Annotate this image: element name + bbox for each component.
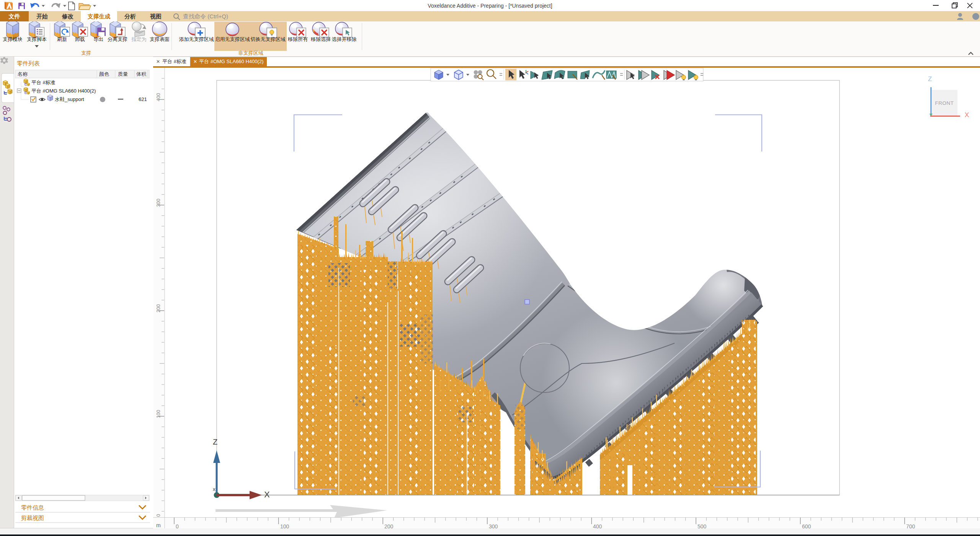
svg-text:刷新: 刷新 bbox=[57, 36, 67, 42]
svg-text:移除所有: 移除所有 bbox=[287, 36, 308, 42]
svg-text:621: 621 bbox=[139, 96, 147, 102]
svg-text:指定为: 指定为 bbox=[131, 36, 147, 42]
svg-text:FRONT: FRONT bbox=[935, 100, 954, 106]
svg-text:支撑: 支撑 bbox=[81, 50, 91, 56]
svg-text:零件列表: 零件列表 bbox=[17, 60, 40, 67]
svg-text:支撑模块: 支撑模块 bbox=[3, 36, 23, 42]
svg-text:500: 500 bbox=[697, 523, 707, 528]
svg-text:400: 400 bbox=[593, 523, 602, 528]
svg-text:200: 200 bbox=[155, 304, 161, 313]
svg-text:X: X bbox=[264, 490, 270, 499]
svg-text:700: 700 bbox=[906, 523, 915, 528]
svg-text:选择并移除: 选择并移除 bbox=[332, 36, 357, 42]
svg-text:支撑脚本: 支撑脚本 bbox=[27, 36, 47, 42]
svg-text:200: 200 bbox=[384, 523, 394, 528]
svg-text:分离支撑: 分离支撑 bbox=[108, 36, 127, 42]
svg-text:颜色: 颜色 bbox=[99, 71, 109, 77]
svg-text:0: 0 bbox=[155, 514, 161, 516]
svg-text:卸载: 卸载 bbox=[75, 36, 85, 42]
svg-text:非支撑区域: 非支撑区域 bbox=[238, 50, 263, 56]
svg-text:Z: Z bbox=[213, 438, 217, 446]
svg-text:100: 100 bbox=[280, 523, 289, 528]
svg-text:600: 600 bbox=[802, 523, 811, 528]
svg-text:水鞋_support: 水鞋_support bbox=[55, 96, 84, 102]
svg-text:零件信息: 零件信息 bbox=[21, 504, 44, 511]
svg-text:平台 #标准: 平台 #标准 bbox=[31, 80, 56, 85]
svg-text:移除选择: 移除选择 bbox=[310, 36, 331, 42]
svg-text:平台 #OMG SLA660 H400(2): 平台 #OMG SLA660 H400(2) bbox=[31, 88, 96, 94]
svg-text:名称: 名称 bbox=[18, 71, 28, 77]
svg-text:支撑表面: 支撑表面 bbox=[150, 36, 170, 42]
svg-text:100: 100 bbox=[155, 410, 161, 418]
svg-text:启用无支撑区域: 启用无支撑区域 bbox=[215, 36, 250, 42]
svg-text:x: x bbox=[213, 486, 216, 492]
svg-text:300: 300 bbox=[489, 523, 498, 528]
svg-text:质量: 质量 bbox=[118, 71, 128, 77]
svg-text:0: 0 bbox=[176, 523, 179, 528]
svg-text:Z: Z bbox=[928, 75, 932, 83]
svg-text:切换无支撑区域: 切换无支撑区域 bbox=[250, 36, 286, 42]
svg-text:400: 400 bbox=[155, 93, 161, 101]
svg-text:添加无支撑区域: 添加无支撑区域 bbox=[179, 36, 214, 42]
svg-text:体积: 体积 bbox=[136, 71, 147, 77]
svg-text:m: m bbox=[156, 522, 161, 528]
svg-text:剪裁视图: 剪裁视图 bbox=[21, 515, 44, 521]
svg-text:300: 300 bbox=[155, 199, 161, 207]
svg-text:X: X bbox=[965, 111, 969, 119]
svg-text:导出: 导出 bbox=[93, 36, 103, 42]
